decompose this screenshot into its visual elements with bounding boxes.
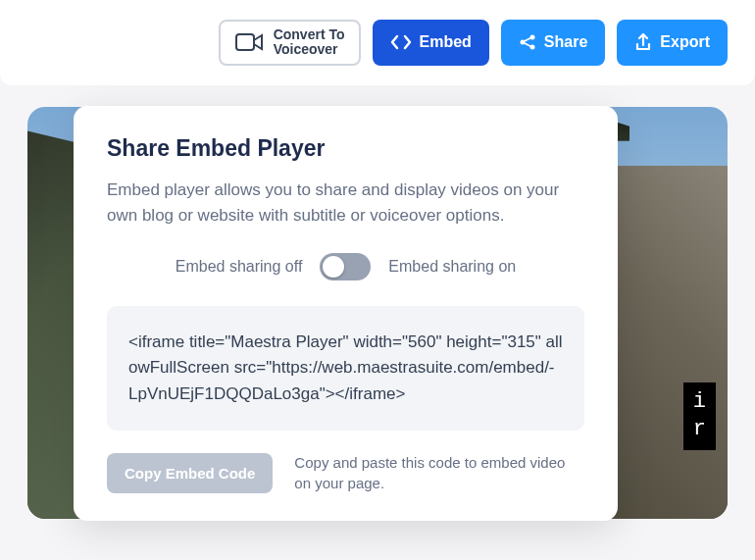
convert-to-voiceover-button[interactable]: Convert To Voiceover <box>219 20 361 66</box>
convert-label: Convert To Voiceover <box>274 27 345 58</box>
share-icon <box>519 33 536 51</box>
video-caption: i r <box>683 382 716 450</box>
copy-hint: Copy and paste this code to embed video … <box>294 452 584 493</box>
copy-embed-code-button[interactable]: Copy Embed Code <box>107 453 273 493</box>
svg-rect-0 <box>236 34 254 50</box>
share-embed-modal: Share Embed Player Embed player allows y… <box>74 106 618 521</box>
embed-sharing-toggle[interactable] <box>320 253 371 280</box>
export-icon <box>634 32 652 52</box>
modal-footer: Copy Embed Code Copy and paste this code… <box>107 452 584 493</box>
toggle-on-label: Embed sharing on <box>388 258 516 276</box>
embed-button[interactable]: Embed <box>373 20 489 66</box>
embed-sharing-toggle-row: Embed sharing off Embed sharing on <box>107 253 584 280</box>
embed-code-box[interactable]: <iframe title="Maestra Player" width="56… <box>107 306 584 431</box>
modal-description: Embed player allows you to share and dis… <box>107 178 584 228</box>
code-icon <box>390 33 412 51</box>
toggle-knob <box>323 256 344 278</box>
toolbar: Convert To Voiceover Embed Share <box>0 0 755 85</box>
modal-title: Share Embed Player <box>107 135 584 162</box>
camera-icon <box>234 30 266 54</box>
share-button[interactable]: Share <box>501 20 605 66</box>
toggle-off-label: Embed sharing off <box>176 258 303 276</box>
export-button[interactable]: Export <box>617 20 728 66</box>
